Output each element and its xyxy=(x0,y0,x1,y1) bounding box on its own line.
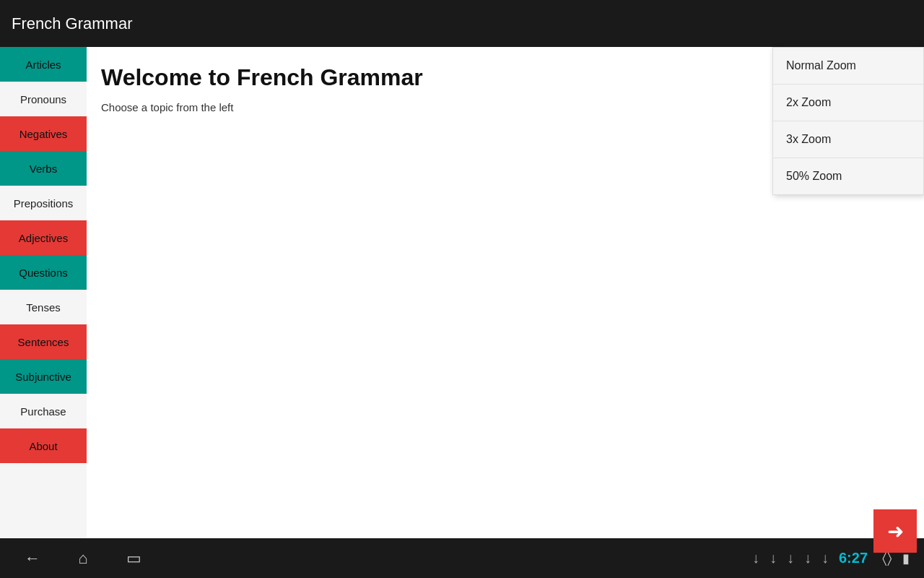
home-icon: ⌂ xyxy=(78,549,87,568)
sidebar: ArticlesPronounsNegativesVerbsPrepositio… xyxy=(0,47,87,560)
clock: 6:27 xyxy=(839,550,868,566)
forward-button[interactable]: ➜ xyxy=(873,509,917,553)
download-icon-3: ↓ xyxy=(787,550,794,566)
zoom-option-3x-zoom[interactable]: 3x Zoom xyxy=(773,121,923,158)
recents-icon: ▭ xyxy=(126,549,141,568)
back-button[interactable]: ← xyxy=(14,544,51,573)
sidebar-item-about[interactable]: About xyxy=(0,428,87,463)
zoom-option-50pct-zoom[interactable]: 50% Zoom xyxy=(773,158,923,194)
zoom-dropdown: Normal Zoom2x Zoom3x Zoom50% Zoom xyxy=(772,47,924,195)
sidebar-item-negatives[interactable]: Negatives xyxy=(0,116,87,151)
main-layout: ArticlesPronounsNegativesVerbsPrepositio… xyxy=(0,47,924,560)
sidebar-item-subjunctive[interactable]: Subjunctive xyxy=(0,359,87,394)
sidebar-item-sentences[interactable]: Sentences xyxy=(0,324,87,359)
sidebar-item-articles[interactable]: Articles xyxy=(0,47,87,82)
download-icon-4: ↓ xyxy=(804,550,811,566)
sidebar-item-purchase[interactable]: Purchase xyxy=(0,394,87,428)
zoom-option-normal-zoom[interactable]: Normal Zoom xyxy=(773,48,923,85)
sidebar-item-tenses[interactable]: Tenses xyxy=(0,290,87,324)
content-area: Welcome to French Grammar Choose a topic… xyxy=(87,47,924,560)
app-bar: French Grammar xyxy=(0,0,924,47)
sidebar-item-adjectives[interactable]: Adjectives xyxy=(0,220,87,255)
sidebar-item-questions[interactable]: Questions xyxy=(0,255,87,290)
recents-button[interactable]: ▭ xyxy=(116,544,152,573)
sidebar-item-prepositions[interactable]: Prepositions xyxy=(0,186,87,220)
download-icon-5: ↓ xyxy=(821,550,829,566)
home-button[interactable]: ⌂ xyxy=(65,544,101,573)
forward-icon: ➜ xyxy=(887,519,904,543)
sidebar-item-verbs[interactable]: Verbs xyxy=(0,151,87,186)
download-icon-1: ↓ xyxy=(752,550,759,566)
app-title: French Grammar xyxy=(12,14,132,33)
back-icon: ← xyxy=(25,549,40,568)
sidebar-item-pronouns[interactable]: Pronouns xyxy=(0,82,87,116)
zoom-option-2x-zoom[interactable]: 2x Zoom xyxy=(773,85,923,121)
bottom-bar: ← ⌂ ▭ ↓ ↓ ↓ ↓ ↓ 6:27 〈〉 ▮ xyxy=(0,538,924,578)
download-icon-2: ↓ xyxy=(770,550,777,566)
